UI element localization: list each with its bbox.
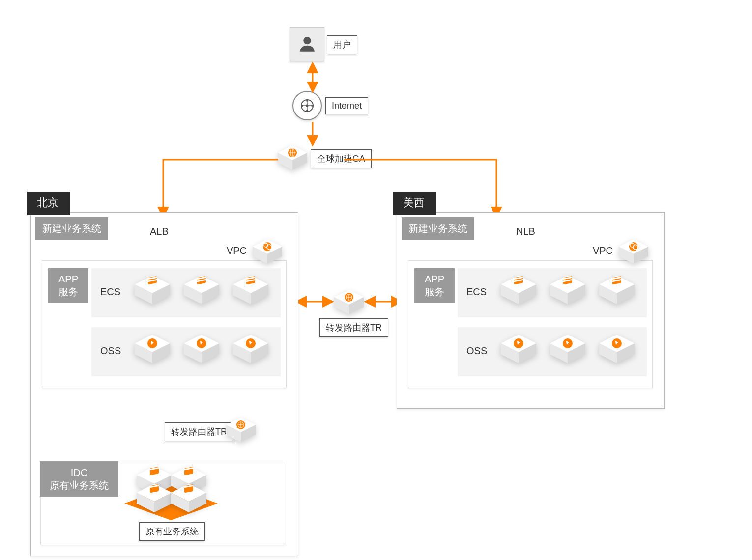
ecs-icon bbox=[184, 276, 219, 304]
svg-point-12 bbox=[303, 37, 311, 44]
oss-icon bbox=[184, 335, 219, 363]
uswest-nlb-label: NLB bbox=[516, 226, 535, 237]
beijing-vpc-label: VPC bbox=[227, 245, 247, 256]
beijing-idc-label: IDC 原有业务系统 bbox=[40, 461, 118, 497]
beijing-idc: IDC 原有业务系统 原有业务系统 bbox=[40, 462, 285, 545]
beijing-alb-label: ALB bbox=[150, 226, 169, 237]
svg-point-18 bbox=[311, 105, 313, 107]
oss-icon bbox=[135, 335, 170, 363]
legacy-server-icon bbox=[171, 484, 206, 512]
uswest-oss-label: OSS bbox=[466, 345, 487, 357]
svg-point-15 bbox=[306, 100, 308, 102]
vpc-icon bbox=[619, 239, 648, 264]
vpc-icon bbox=[253, 239, 282, 264]
oss-icon bbox=[501, 335, 536, 363]
beijing-tab: 北京 bbox=[27, 192, 70, 215]
uswest-app-service-label: APP 服务 bbox=[414, 268, 455, 303]
center-tr-label: 转发路由器TR bbox=[319, 318, 388, 337]
user-label: 用户 bbox=[327, 35, 357, 54]
ecs-icon bbox=[501, 276, 536, 304]
beijing-ecs-label: ECS bbox=[100, 286, 120, 298]
ecs-icon bbox=[135, 276, 170, 304]
oss-icon bbox=[233, 335, 268, 363]
ecs-icon bbox=[599, 276, 635, 304]
ga-icon bbox=[278, 145, 307, 170]
center-tr-icon bbox=[334, 290, 364, 314]
uswest-new-system-label: 新建业务系统 bbox=[402, 217, 474, 240]
beijing-app-service-label: APP 服务 bbox=[48, 268, 88, 303]
uswest-tab: 美西 bbox=[393, 192, 436, 215]
uswest-ecs-label: ECS bbox=[466, 286, 487, 298]
beijing-legacy-label: 原有业务系统 bbox=[139, 522, 205, 541]
beijing-tr-label: 转发路由器TR bbox=[165, 422, 233, 441]
oss-icon bbox=[599, 335, 635, 363]
uswest-vpc-label: VPC bbox=[593, 245, 613, 256]
user-icon bbox=[290, 27, 324, 61]
svg-point-16 bbox=[306, 110, 308, 112]
legacy-server-icon bbox=[137, 484, 172, 512]
oss-icon bbox=[550, 335, 585, 363]
ecs-icon bbox=[550, 276, 585, 304]
ecs-icon bbox=[233, 276, 268, 304]
beijing-oss-label: OSS bbox=[100, 345, 121, 357]
internet-icon bbox=[292, 91, 322, 120]
uswest-vpc: VPC APP 服务 ECS OSS bbox=[408, 260, 653, 388]
svg-point-17 bbox=[301, 105, 303, 107]
beijing-vpc: VPC APP 服务 ECS OSS bbox=[42, 260, 287, 388]
tr-icon bbox=[226, 418, 256, 442]
ga-label: 全球加速GA bbox=[311, 149, 372, 168]
beijing-new-system-label: 新建业务系统 bbox=[35, 217, 108, 240]
internet-label: Internet bbox=[325, 97, 368, 114]
